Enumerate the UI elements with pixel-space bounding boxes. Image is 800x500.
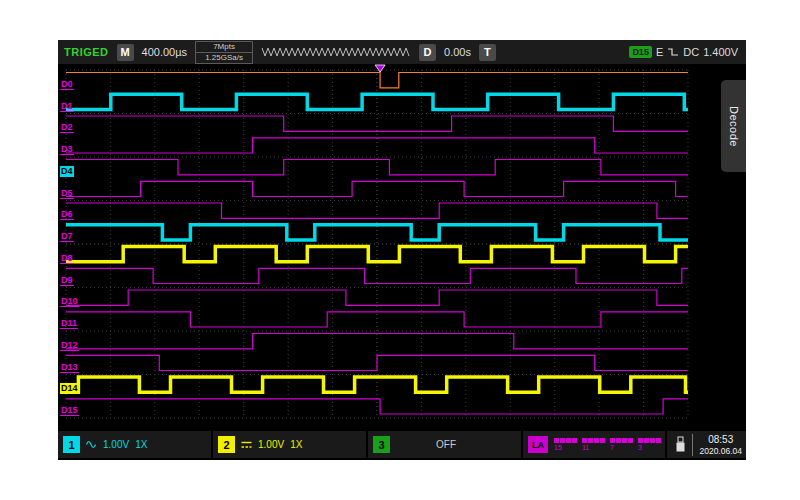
channel1-scale: 1.00V	[103, 439, 129, 450]
la-channel-square	[554, 438, 559, 443]
falling-edge-icon	[667, 47, 679, 57]
la-group: 7	[610, 438, 633, 451]
channel-label-D0: D0	[60, 79, 74, 90]
la-group-number: 3	[638, 444, 642, 451]
trigger-coupling: DC	[683, 46, 699, 58]
la-channel-square	[650, 438, 655, 443]
logic-analyzer-status[interactable]: LA 151173	[523, 431, 665, 458]
la-channel-square	[560, 438, 565, 443]
channel-label-D3: D3	[60, 144, 74, 155]
waveform-display: Decode D0D1D2D3D4D5D6D7D8D9D10D11D12D13D…	[58, 64, 746, 428]
la-channel-square	[594, 438, 599, 443]
la-channel-square	[588, 438, 593, 443]
ac-coupling-icon	[86, 440, 97, 449]
channel-label-D12: D12	[60, 340, 79, 351]
trace-D4	[66, 160, 688, 175]
la-group-number: 15	[554, 444, 562, 451]
la-channel-square	[638, 438, 643, 443]
trigger-position-preview	[261, 44, 411, 60]
la-group-number: 11	[582, 444, 589, 451]
channel1-badge: 1	[63, 436, 80, 453]
channel2-badge: 2	[218, 436, 235, 453]
trigger-type: E	[656, 46, 663, 58]
time-readout: 08:53	[699, 434, 742, 446]
channel2-probe: 1X	[290, 439, 302, 450]
la-group: 15	[554, 438, 577, 451]
la-group: 3	[638, 438, 661, 451]
la-channel-indicators: 151173	[554, 438, 661, 451]
channel-label-D9: D9	[60, 275, 74, 286]
channel2-status[interactable]: 2 1.00V 1X	[213, 431, 366, 458]
memory-depth: 7Mpts	[196, 42, 252, 52]
channel-label-D7: D7	[60, 231, 74, 242]
la-channel-square	[600, 438, 605, 443]
la-channel-square	[610, 438, 615, 443]
waveform-canvas	[58, 64, 746, 428]
channel-label-D14: D14	[60, 383, 79, 394]
delay-readout: 0.00s	[444, 46, 471, 58]
la-channel-square	[644, 438, 649, 443]
sample-rate: 1.25GSa/s	[196, 52, 252, 63]
decode-tab[interactable]: Decode	[721, 80, 746, 172]
la-channel-square	[622, 438, 627, 443]
channel-label-D2: D2	[60, 122, 74, 133]
la-channel-square	[616, 438, 621, 443]
channel-label-D10: D10	[60, 296, 79, 307]
channel-label-D13: D13	[60, 362, 79, 373]
la-channel-square	[566, 438, 571, 443]
trace-D10	[66, 290, 688, 305]
memory-sample-box: 7Mpts 1.25GSa/s	[195, 41, 253, 64]
la-badge: LA	[528, 436, 548, 453]
channel-label-D11: D11	[60, 318, 78, 329]
channel3-status[interactable]: 3 OFF	[368, 431, 521, 458]
trigger-settings[interactable]: D15 E DC 1.400V	[629, 46, 738, 58]
clock: 08:53 2020.06.04	[692, 434, 742, 456]
channel-label-D6: D6	[60, 209, 74, 220]
la-channel-square	[628, 438, 633, 443]
la-channel-square	[656, 438, 661, 443]
la-group-number: 7	[610, 444, 614, 451]
la-channel-square	[582, 438, 587, 443]
channel-label-D5: D5	[60, 188, 74, 199]
system-tray: 08:53 2020.06.04	[667, 431, 746, 458]
trigger-source-badge: D15	[629, 46, 652, 58]
channel1-probe: 1X	[135, 439, 147, 450]
delay-menu-button[interactable]: D	[419, 44, 436, 61]
channel1-status[interactable]: 1 1.00V 1X	[58, 431, 211, 458]
bottom-status-bar: 1 1.00V 1X 2 1.00V 1X 3 OFF LA 151173 08…	[58, 428, 746, 460]
channel3-badge: 3	[373, 436, 390, 453]
channel-label-D4: D4	[60, 166, 74, 177]
dc-coupling-icon	[241, 440, 252, 449]
channel2-scale: 1.00V	[258, 439, 284, 450]
channel-label-D1: D1	[60, 101, 74, 112]
la-channel-square	[572, 438, 577, 443]
horizontal-menu-button[interactable]: M	[117, 44, 134, 61]
top-status-bar: TRIGED M 400.00µs 7Mpts 1.25GSa/s D 0.00…	[58, 40, 746, 64]
trigger-menu-button[interactable]: T	[479, 44, 496, 61]
trace-D13	[66, 355, 688, 370]
decode-tab-label: Decode	[728, 106, 740, 147]
usb-icon	[675, 436, 686, 453]
channel3-state: OFF	[396, 439, 496, 450]
timebase-readout: 400.00µs	[142, 46, 187, 58]
date-readout: 2020.06.04	[699, 446, 742, 456]
channel-label-D15: D15	[60, 405, 79, 416]
oscilloscope-screen: TRIGED M 400.00µs 7Mpts 1.25GSa/s D 0.00…	[58, 40, 746, 460]
trigger-status: TRIGED	[64, 46, 109, 58]
trace-D1	[66, 94, 688, 109]
trace-D7	[66, 225, 688, 240]
la-group: 11	[582, 438, 605, 451]
channel-label-D8: D8	[60, 253, 74, 264]
trigger-level: 1.400V	[703, 46, 738, 58]
